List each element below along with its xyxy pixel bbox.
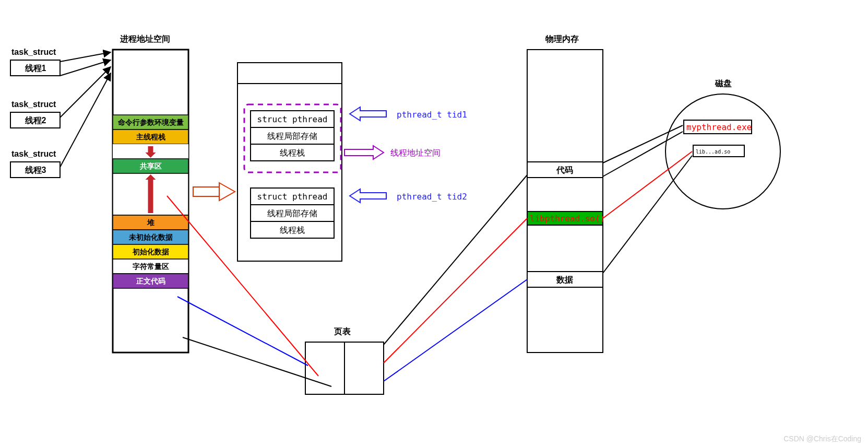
thread-3-label: 线程3 (25, 166, 46, 174)
task-struct-1: task_struct 线程1 (10, 48, 60, 76)
task-struct-label-3: task_struct (11, 149, 56, 158)
arrow-thread3-to-space (60, 73, 111, 167)
task-struct-label-2: task_struct (11, 100, 56, 109)
task-struct-3: task_struct 线程3 (10, 149, 60, 178)
task-struct-2: task_struct 线程2 (10, 100, 60, 128)
segment-label-8: 字符常量区 (133, 262, 169, 271)
svg-text:线程地址空间: 线程地址空间 (390, 148, 441, 157)
svg-text:代码: 代码 (556, 166, 573, 174)
page-table-title: 页表 (334, 327, 351, 336)
svg-text:pthread_t tid2: pthread_t tid2 (397, 192, 467, 202)
svg-marker-18 (350, 107, 386, 121)
thread-block-1: struct pthread 线程局部存储 线程栈 (251, 111, 334, 161)
segment-label-0: 命令行参数环境变量 (117, 118, 184, 126)
arrow-thread-space: 线程地址空间 (344, 146, 441, 159)
arrow-thread2-to-space (60, 67, 111, 118)
line-init-pagetable (177, 297, 308, 366)
svg-text:线程栈: 线程栈 (280, 226, 305, 234)
arrow-tid1: pthread_t tid1 (350, 107, 467, 121)
arrow-thread1-to-space (60, 52, 111, 62)
svg-text:pthread_t tid1: pthread_t tid1 (397, 110, 467, 120)
svg-text:struct pthread: struct pthread (257, 192, 328, 202)
shared-to-dynlib-arrow (193, 183, 235, 201)
segment-label-1: 主线程栈 (136, 133, 165, 141)
arrow-thread1b-to-space (60, 60, 111, 76)
svg-text:libpthread.so(): libpthread.so() (530, 214, 605, 224)
phys-title: 物理内存 (545, 34, 579, 43)
watermark: CSDN @Chris在Coding (783, 435, 861, 443)
line-pt-data (384, 279, 527, 381)
disk-title: 磁盘 (715, 79, 732, 88)
segment-label-7: 初始化数据 (132, 248, 169, 256)
thread-1-label: 线程1 (25, 64, 46, 73)
svg-marker-22 (344, 146, 384, 159)
phys-box (527, 50, 603, 353)
svg-text:mypthread.exe: mypthread.exe (686, 122, 752, 132)
svg-text:lib...ad.so: lib...ad.so (696, 149, 730, 155)
task-struct-label-1: task_struct (11, 48, 56, 56)
svg-text:struct pthread: struct pthread (257, 114, 328, 124)
line-pt-lib (384, 218, 527, 363)
segment-label-6: 未初始化数据 (128, 233, 173, 241)
line-data-disk (603, 156, 692, 273)
svg-text:线程局部存储: 线程局部存储 (267, 209, 317, 218)
svg-text:线程栈: 线程栈 (280, 148, 305, 157)
segment-label-9: 正文代码 (136, 277, 165, 285)
svg-marker-20 (350, 189, 386, 203)
addr-space-title: 进程地址空间 (120, 34, 170, 43)
svg-rect-3 (193, 187, 219, 196)
segment-label-3: 共享区 (139, 162, 162, 170)
arrow-tid2: pthread_t tid2 (350, 189, 467, 203)
svg-text:数据: 数据 (556, 275, 573, 284)
svg-marker-4 (219, 183, 235, 201)
segment-label-5: 堆 (147, 218, 154, 227)
thread-2-label: 线程2 (25, 116, 46, 125)
thread-block-2: struct pthread 线程局部存储 线程栈 (251, 188, 334, 238)
svg-text:线程局部存储: 线程局部存储 (267, 132, 317, 140)
